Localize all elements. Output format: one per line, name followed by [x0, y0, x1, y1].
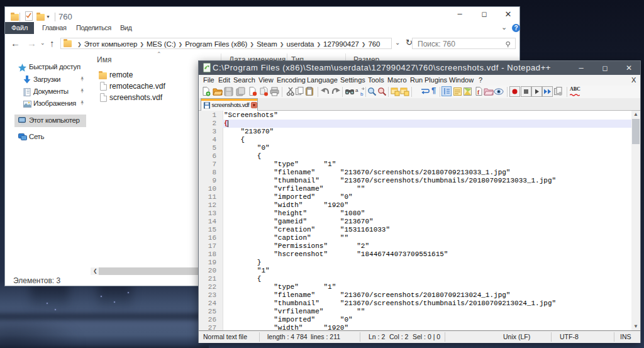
svg-text:a: a [355, 87, 358, 93]
svg-text:b: b [360, 91, 364, 96]
